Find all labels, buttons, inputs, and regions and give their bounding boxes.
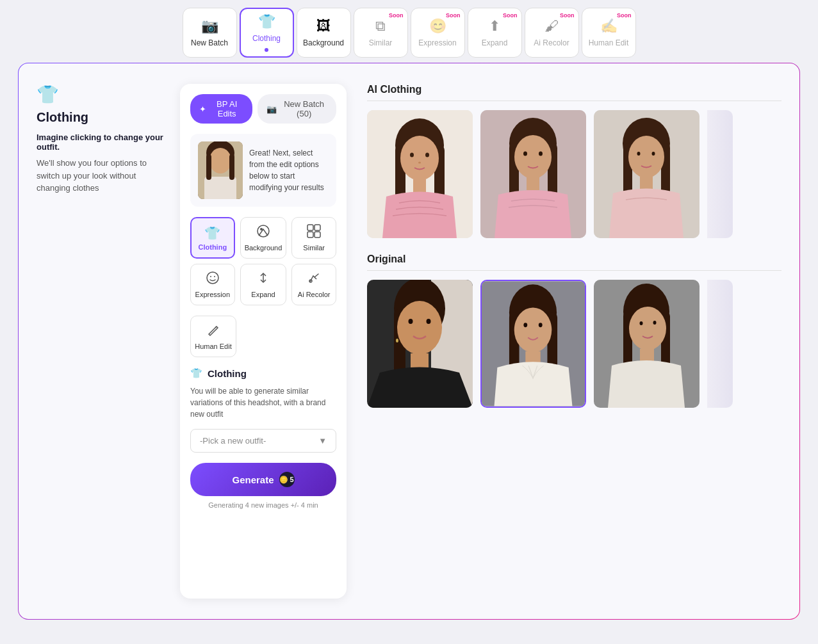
- option-ai-recolor[interactable]: Ai Recolor: [291, 264, 336, 305]
- ai-clothing-images-grid: [367, 110, 781, 238]
- option-clothing[interactable]: 👕 Clothing: [190, 217, 235, 259]
- similar-icon: ⧉: [375, 18, 386, 35]
- svg-point-65: [640, 321, 643, 325]
- active-dot: [265, 48, 268, 52]
- left-sidebar: 👕 Clothing Imagine clicking to change yo…: [37, 84, 165, 599]
- clothing-description: You will be able to generate similar var…: [190, 385, 336, 420]
- svg-rect-3: [204, 177, 236, 199]
- nav-item-ai-recolor[interactable]: Soon 🖌 Ai Recolor: [525, 8, 579, 58]
- overflow-indicator: [707, 110, 733, 238]
- svg-point-23: [410, 153, 414, 157]
- svg-point-7: [260, 228, 263, 230]
- main-container: 👕 Clothing Imagine clicking to change yo…: [18, 63, 800, 620]
- preview-instruction-text: Great! Next, select from the edit option…: [249, 147, 329, 193]
- svg-point-66: [653, 321, 657, 325]
- nav-label-ai-recolor: Ai Recolor: [534, 38, 569, 47]
- top-navigation: 📷 New Batch 👕 Clothing 🖼 Background Soon…: [0, 0, 818, 58]
- expression-icon: 😊: [429, 18, 446, 35]
- option-human-edit-icon: [206, 323, 220, 340]
- svg-point-56: [514, 307, 552, 352]
- svg-point-39: [628, 136, 664, 178]
- original-image-2[interactable]: [480, 280, 586, 408]
- original-section-title: Original: [367, 254, 781, 271]
- svg-point-58: [539, 323, 543, 327]
- svg-point-14: [214, 276, 215, 277]
- nav-item-human-edit[interactable]: Soon ✍ Human Edit: [582, 8, 636, 58]
- svg-point-50: [396, 339, 398, 342]
- sidebar-tshirt-icon: 👕: [37, 84, 165, 105]
- option-similar-icon: [307, 224, 321, 241]
- svg-rect-5: [229, 154, 234, 180]
- svg-point-41: [652, 152, 655, 156]
- expand-icon: ⬆: [489, 18, 500, 35]
- svg-point-57: [523, 323, 527, 327]
- sidebar-title: Clothing: [37, 110, 165, 125]
- recolor-icon: 🖌: [544, 18, 559, 35]
- clothing-section: 👕 Clothing You will be able to generate …: [190, 367, 336, 509]
- option-similar[interactable]: Similar: [291, 217, 336, 259]
- svg-rect-11: [315, 232, 320, 237]
- svg-point-22: [400, 136, 439, 181]
- bp-ai-tab[interactable]: ✦ BP AI Edits: [190, 94, 252, 124]
- soon-badge-expression: Soon: [446, 12, 461, 19]
- svg-rect-26: [413, 179, 426, 192]
- generate-note: Generating 4 new images +/- 4 min: [190, 501, 336, 509]
- original-image-1[interactable]: [367, 280, 473, 408]
- camera-icon: 📷: [201, 18, 218, 35]
- nav-item-expression[interactable]: Soon 😊 Expression: [411, 8, 465, 58]
- nav-item-similar[interactable]: Soon ⧉ Similar: [354, 8, 408, 58]
- svg-rect-9: [315, 225, 320, 230]
- photo-preview: Great! Next, select from the edit option…: [190, 134, 336, 207]
- human-edit-icon: ✍: [600, 18, 618, 35]
- new-batch-tab-label: New Batch (50): [281, 99, 327, 118]
- svg-rect-51: [411, 353, 429, 369]
- option-expression[interactable]: Expression: [190, 264, 235, 305]
- svg-rect-4: [206, 154, 211, 180]
- new-batch-tab[interactable]: 📷 New Batch (50): [258, 94, 336, 124]
- svg-rect-42: [640, 177, 653, 189]
- generate-credit-badge: 🪙 5: [279, 472, 295, 487]
- edit-panel: ✦ BP AI Edits 📷 New Batch (50): [180, 84, 347, 599]
- soon-badge-human-edit: Soon: [617, 12, 632, 19]
- ai-clothing-section-title: AI Clothing: [367, 84, 781, 101]
- svg-point-32: [523, 152, 527, 156]
- tshirt-icon: 👕: [258, 13, 275, 30]
- svg-rect-34: [527, 177, 539, 190]
- nav-item-clothing[interactable]: 👕 Clothing: [240, 8, 294, 58]
- ai-image-3[interactable]: [594, 110, 699, 238]
- option-clothing-icon: 👕: [204, 225, 220, 241]
- outfit-placeholder: -Pick a new outfit-: [200, 436, 266, 446]
- svg-point-12: [207, 272, 218, 284]
- sidebar-description: We'll show you four options to switch up…: [37, 157, 165, 195]
- outfit-picker[interactable]: -Pick a new outfit- ▼: [190, 429, 336, 453]
- original-images-grid: [367, 280, 781, 408]
- svg-point-24: [425, 153, 429, 157]
- option-expand-icon: [256, 271, 270, 288]
- nav-item-background[interactable]: 🖼 Background: [297, 8, 351, 58]
- option-background[interactable]: Background: [240, 217, 287, 259]
- option-expand-label: Expand: [251, 291, 275, 298]
- generate-button[interactable]: Generate 🪙 5: [190, 463, 336, 496]
- panel-tabs: ✦ BP AI Edits 📷 New Batch (50): [190, 94, 336, 124]
- svg-rect-10: [307, 232, 313, 237]
- camera-tab-icon: 📷: [266, 104, 277, 114]
- right-content: AI Clothing: [362, 84, 781, 599]
- option-human-edit[interactable]: Human Edit: [190, 316, 236, 357]
- generate-count: 5: [290, 476, 293, 483]
- ai-image-2[interactable]: [480, 110, 586, 238]
- background-icon: 🖼: [316, 18, 331, 35]
- option-expand[interactable]: Expand: [240, 264, 287, 305]
- original-image-3[interactable]: [594, 280, 699, 408]
- coin-icon: 🪙: [279, 476, 288, 484]
- svg-point-2: [209, 148, 231, 173]
- nav-label-new-batch: New Batch: [191, 38, 228, 47]
- svg-point-49: [427, 319, 431, 324]
- svg-point-48: [409, 319, 413, 324]
- nav-label-similar: Similar: [369, 38, 393, 47]
- ai-image-1[interactable]: [367, 110, 473, 238]
- preview-thumbnail: [198, 141, 243, 199]
- soon-badge-ai-recolor: Soon: [560, 12, 575, 19]
- nav-item-new-batch[interactable]: 📷 New Batch: [183, 8, 237, 58]
- nav-item-expand[interactable]: Soon ⬆ Expand: [468, 8, 522, 58]
- svg-point-64: [629, 307, 666, 350]
